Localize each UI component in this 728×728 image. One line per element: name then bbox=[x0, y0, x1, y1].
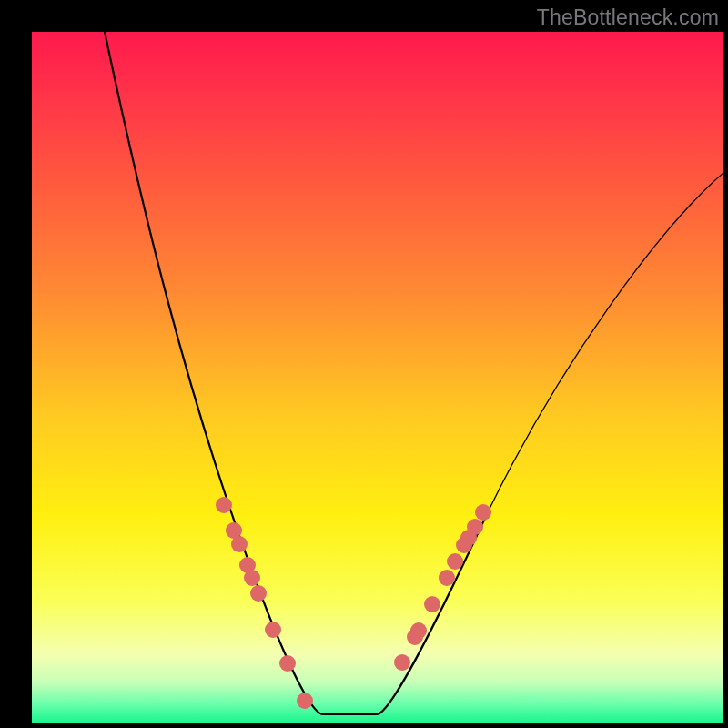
data-dot bbox=[475, 504, 491, 521]
curve-left bbox=[105, 32, 323, 714]
data-dot bbox=[447, 553, 463, 570]
curve-right-thin bbox=[487, 173, 723, 514]
data-dot bbox=[439, 570, 455, 586]
chart-frame: TheBottleneck.com bbox=[0, 0, 728, 728]
data-dot bbox=[250, 585, 267, 602]
data-dot bbox=[410, 622, 427, 639]
watermark-text: TheBottleneck.com bbox=[537, 5, 719, 30]
data-dot bbox=[394, 654, 410, 671]
plot-area bbox=[32, 32, 723, 723]
data-dot bbox=[467, 519, 483, 535]
data-dot bbox=[231, 536, 248, 552]
data-dot bbox=[216, 497, 232, 513]
data-dot bbox=[279, 655, 296, 672]
data-dot bbox=[297, 693, 313, 709]
data-dot bbox=[424, 596, 440, 612]
data-dot bbox=[244, 570, 260, 586]
dots-right bbox=[394, 504, 491, 671]
curve-svg bbox=[32, 32, 723, 723]
data-dot bbox=[265, 622, 281, 638]
